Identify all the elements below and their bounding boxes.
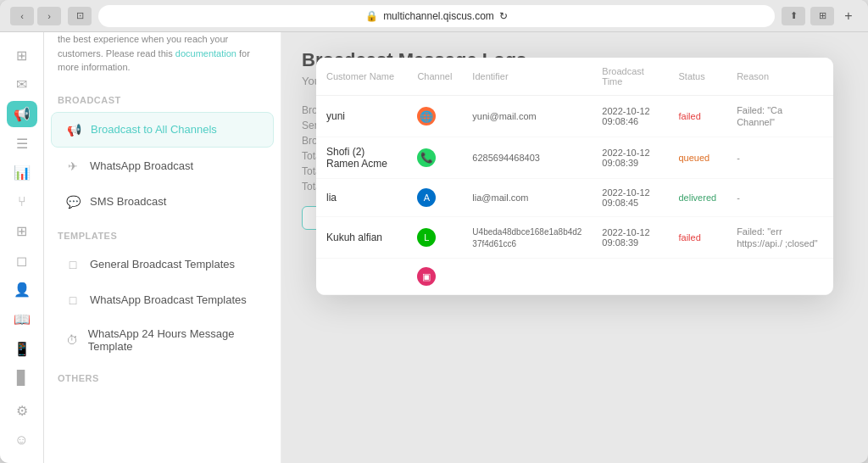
- nav-item-sms-broadcast[interactable]: 💬 SMS Broadcast: [51, 185, 274, 219]
- sidebar-bar-icon[interactable]: ▊: [7, 365, 37, 391]
- general-templates-icon: □: [64, 256, 81, 273]
- reason-3: Failed: "err https://api./ ;closed": [737, 226, 818, 248]
- identifier-0: yuni@mail.com: [472, 111, 536, 121]
- col-reason: Reason: [726, 58, 833, 96]
- customer-name-1: Shofi (2) Ramen Acme: [326, 146, 387, 170]
- tab-button[interactable]: ⊡: [68, 7, 92, 25]
- sidebar-home-icon[interactable]: ⊞: [7, 42, 37, 69]
- sidebar-broadcast-icon[interactable]: 📢: [7, 101, 37, 127]
- reason-1: -: [737, 153, 740, 163]
- wa24-template-icon: ⏱: [64, 332, 80, 349]
- nav-item-whatsapp-broadcast[interactable]: ✈ WhatsApp Broadcast: [51, 149, 274, 183]
- sidebar: ⊞ ✉ 📢 ☰ 📊 ⑂ ⊞ ◻ 👤 📖 📱 ▊ ⚙ ☺: [0, 32, 44, 463]
- broadcast-time-0: 2022-10-12 09:08:46: [602, 106, 658, 126]
- customer-name-0: yuni: [326, 110, 345, 122]
- status-badge-1: queued: [678, 153, 709, 163]
- sidebar-mail-icon[interactable]: ✉: [7, 72, 37, 98]
- broadcast-section-label: BROADCAST: [44, 85, 281, 110]
- general-templates-label: General Broadcast Templates: [90, 258, 235, 271]
- modal-overlay: Customer Name Channel Identifier Broadca…: [281, 32, 868, 463]
- col-broadcast-time: Broadcast Time: [592, 58, 668, 96]
- broadcast-all-label: Broadcast to All Channels: [91, 123, 217, 136]
- whatsapp-broadcast-icon: ✈: [64, 158, 81, 175]
- wa24-template-label: WhatsApp 24 Hours Message Template: [88, 327, 260, 353]
- nav-item-broadcast-all[interactable]: 📢 Broadcast to All Channels: [51, 112, 274, 148]
- table-row: Shofi (2) Ramen Acme 📞 6285694468403 202…: [316, 137, 833, 179]
- col-customer-name: Customer Name: [316, 58, 407, 96]
- log-table: Customer Name Channel Identifier Broadca…: [316, 58, 833, 295]
- status-badge-3: failed: [678, 232, 700, 243]
- address-bar[interactable]: 🔒 multichannel.qiscus.com ↻: [98, 5, 775, 27]
- table-row: Kukuh alfian L U4beda48dbce168e1a8b4d237…: [316, 217, 833, 259]
- broadcast-time-1: 2022-10-12 09:08:39: [602, 148, 658, 168]
- col-channel: Channel: [407, 58, 462, 96]
- reason-0: Failed: "Ca Channel": [737, 105, 782, 127]
- customer-name-2: lia: [326, 192, 337, 204]
- new-tab-button[interactable]: +: [839, 7, 858, 25]
- lock-icon: 🔒: [365, 10, 378, 22]
- identifier-1: 6285694468403: [472, 153, 540, 163]
- nav-item-wa24-template[interactable]: ⏱ WhatsApp 24 Hours Message Template: [51, 319, 274, 361]
- status-badge-0: failed: [678, 111, 700, 121]
- broadcast-all-icon: 📢: [65, 121, 82, 138]
- sidebar-settings-icon[interactable]: ⚙: [7, 398, 37, 424]
- sidebar-person-icon[interactable]: 👤: [7, 277, 37, 304]
- channel-icon-4: ▣: [417, 267, 436, 286]
- channel-icon-0: 🌐: [417, 107, 436, 126]
- sms-broadcast-icon: 💬: [64, 193, 81, 210]
- others-section-label: OTHERS: [44, 363, 281, 388]
- sms-broadcast-label: SMS Broadcast: [90, 195, 166, 208]
- broadcast-time-2: 2022-10-12 09:08:45: [602, 187, 658, 208]
- wa-templates-icon: □: [64, 292, 81, 309]
- identifier-3: U4beda48dbce168e1a8b4d237f4d61cc6: [472, 227, 581, 248]
- share-button[interactable]: ⬆: [782, 7, 805, 25]
- broadcast-log-modal: Customer Name Channel Identifier Broadca…: [316, 58, 833, 295]
- col-identifier: Identifier: [462, 58, 592, 96]
- left-nav-info: the best experience when you reach your …: [44, 32, 281, 85]
- left-nav: the best experience when you reach your …: [44, 32, 281, 463]
- sidebar-phone-icon[interactable]: 📱: [7, 336, 37, 362]
- url-text: multichannel.qiscus.com: [383, 10, 494, 22]
- customer-name-3: Kukuh alfian: [326, 232, 382, 243]
- table-header-row: Customer Name Channel Identifier Broadca…: [316, 58, 833, 96]
- sidebar-grid-icon[interactable]: ⊞: [7, 218, 37, 244]
- back-button[interactable]: ‹: [10, 7, 34, 25]
- wa-templates-label: WhatsApp Broadcast Templates: [90, 293, 247, 306]
- sidebar-smiley-icon[interactable]: ☺: [7, 427, 37, 454]
- duplicate-button[interactable]: ⊞: [810, 7, 834, 25]
- sidebar-share-icon[interactable]: ⑂: [7, 189, 37, 215]
- main-content: Broadcast Message Logs You can see broad…: [281, 32, 868, 463]
- table-row: yuni 🌐 yuni@mail.com 2022-10-12 09:08:46: [316, 96, 833, 137]
- nav-item-wa-templates[interactable]: □ WhatsApp Broadcast Templates: [51, 283, 274, 317]
- browser-toolbar: ‹ › ⊡ 🔒 multichannel.qiscus.com ↻ ⬆ ⊞ +: [0, 0, 868, 32]
- browser-content: ⊞ ✉ 📢 ☰ 📊 ⑂ ⊞ ◻ 👤 📖 📱 ▊ ⚙ ☺ the best exp…: [0, 32, 868, 463]
- channel-icon-3: L: [417, 228, 436, 247]
- forward-button[interactable]: ›: [37, 7, 61, 25]
- whatsapp-broadcast-label: WhatsApp Broadcast: [90, 159, 193, 172]
- sidebar-chart-icon[interactable]: 📊: [7, 159, 37, 186]
- reason-2: -: [737, 192, 740, 203]
- status-badge-2: delivered: [678, 192, 716, 203]
- templates-section-label: TEMPLATES: [44, 220, 281, 246]
- sidebar-list-icon[interactable]: ☰: [7, 131, 37, 157]
- browser-window: ‹ › ⊡ 🔒 multichannel.qiscus.com ↻ ⬆ ⊞ + …: [0, 0, 868, 463]
- table-row: lia A lia@mail.com 2022-10-12 09:08:45: [316, 179, 833, 217]
- sidebar-box-icon[interactable]: ◻: [7, 248, 37, 274]
- channel-icon-2: A: [417, 188, 436, 207]
- doc-link[interactable]: documentation: [175, 48, 236, 59]
- toolbar-actions: ⬆ ⊞ +: [782, 7, 858, 25]
- sidebar-book-icon[interactable]: 📖: [7, 306, 37, 332]
- nav-buttons: ‹ ›: [10, 7, 61, 25]
- reload-icon[interactable]: ↻: [499, 10, 508, 22]
- nav-item-general-templates[interactable]: □ General Broadcast Templates: [51, 248, 274, 282]
- table-row: ▣: [316, 259, 833, 295]
- channel-icon-1: 📞: [417, 148, 436, 167]
- col-status: Status: [668, 58, 726, 96]
- identifier-2: lia@mail.com: [472, 192, 528, 203]
- broadcast-time-3: 2022-10-12 09:08:39: [602, 227, 658, 248]
